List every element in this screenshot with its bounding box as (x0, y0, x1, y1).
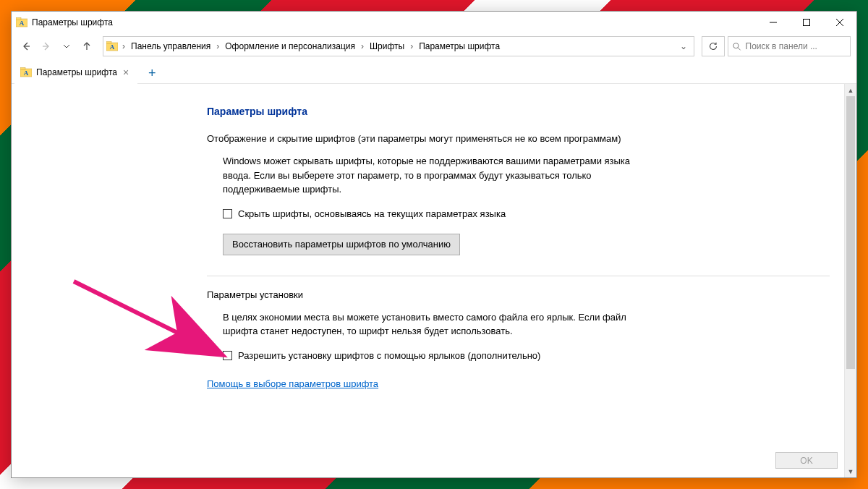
section-show-hide-heading: Отображение и скрытие шрифтов (эти парам… (207, 133, 830, 144)
close-button[interactable] (823, 12, 856, 33)
page-heading: Параметры шрифта (207, 106, 830, 117)
breadcrumb-item[interactable]: Шрифты (365, 37, 409, 56)
vertical-scrollbar[interactable]: ▲ ▼ (844, 84, 856, 477)
search-box[interactable] (728, 36, 851, 56)
address-dropdown-icon[interactable]: ⌄ (676, 41, 691, 51)
hide-fonts-checkbox-row[interactable]: Скрыть шрифты, основываясь на текущих па… (223, 207, 634, 221)
nav-recent-dropdown[interactable] (58, 38, 75, 55)
section-divider (207, 276, 830, 276)
tab-bar: A Параметры шрифта × + (12, 59, 856, 84)
chevron-right-icon: › (359, 41, 365, 51)
section-install-heading: Параметры установки (207, 289, 830, 300)
content-pane: Параметры шрифта Отображение и скрытие ш… (12, 84, 844, 477)
svg-text:A: A (20, 20, 25, 27)
allow-shortcut-checkbox-label: Разрешить установку шрифтов с помощью яр… (238, 349, 540, 363)
section-install-body: В целях экономии места вы можете установ… (207, 310, 634, 363)
section-install-desc: В целях экономии места вы можете установ… (223, 310, 634, 339)
chevron-right-icon: › (215, 41, 221, 51)
ok-button: OK (775, 452, 838, 469)
help-link[interactable]: Помощь в выборе параметров шрифта (207, 378, 378, 389)
svg-line-18 (74, 281, 220, 354)
minimize-button[interactable] (757, 12, 790, 33)
address-bar[interactable]: A › Панель управления› Оформление и перс… (103, 36, 694, 56)
section-show-hide-desc: Windows может скрывать шрифты, которые н… (223, 154, 634, 197)
font-folder-icon: A (106, 41, 118, 52)
tab-font-settings[interactable]: A Параметры шрифта × (14, 61, 137, 83)
search-input[interactable] (746, 41, 846, 51)
restore-defaults-button[interactable]: Восстановить параметры шрифтов по умолча… (223, 234, 460, 255)
svg-line-14 (738, 47, 741, 50)
chevron-right-icon[interactable]: › (121, 41, 127, 51)
checkbox-icon[interactable] (223, 209, 232, 218)
dialog-footer: OK (775, 452, 838, 469)
nav-up-button[interactable] (78, 38, 95, 55)
breadcrumb-item[interactable]: Оформление и персонализация (221, 37, 359, 56)
scroll-up-icon[interactable]: ▲ (845, 84, 856, 96)
section-show-hide-body: Windows может скрывать шрифты, которые н… (207, 154, 634, 255)
nav-row: A › Панель управления› Оформление и перс… (12, 33, 856, 59)
svg-rect-4 (804, 20, 810, 26)
new-tab-button[interactable]: + (142, 63, 162, 83)
tab-close-icon[interactable]: × (122, 67, 130, 77)
hide-fonts-checkbox-label: Скрыть шрифты, основываясь на текущих па… (238, 207, 506, 221)
breadcrumb-item[interactable]: Параметры шрифта (414, 37, 504, 56)
svg-text:A: A (24, 69, 29, 77)
checkbox-icon[interactable] (223, 351, 232, 360)
svg-point-13 (733, 43, 739, 48)
nav-back-button[interactable] (17, 38, 35, 55)
svg-text:A: A (110, 43, 115, 51)
breadcrumb-item[interactable]: Панель управления (127, 37, 215, 56)
font-folder-icon: A (16, 17, 27, 28)
scroll-down-icon[interactable]: ▼ (845, 465, 856, 477)
nav-forward-button[interactable] (38, 38, 55, 55)
window-title: Параметры шрифта (32, 17, 113, 27)
refresh-button[interactable] (702, 36, 725, 56)
window-controls (757, 12, 856, 33)
scroll-thumb[interactable] (846, 96, 855, 369)
breadcrumbs: Панель управления› Оформление и персонал… (127, 37, 504, 56)
font-folder-icon: A (20, 67, 32, 78)
window: A Параметры шрифта A › Панель упр (11, 11, 857, 478)
search-icon (733, 42, 741, 51)
titlebar: A Параметры шрифта (12, 12, 856, 33)
scroll-track[interactable] (845, 96, 856, 465)
chevron-right-icon: › (409, 41, 414, 51)
allow-shortcut-checkbox-row[interactable]: Разрешить установку шрифтов с помощью яр… (223, 349, 634, 363)
maximize-button[interactable] (790, 12, 823, 33)
tab-label: Параметры шрифта (36, 67, 117, 77)
